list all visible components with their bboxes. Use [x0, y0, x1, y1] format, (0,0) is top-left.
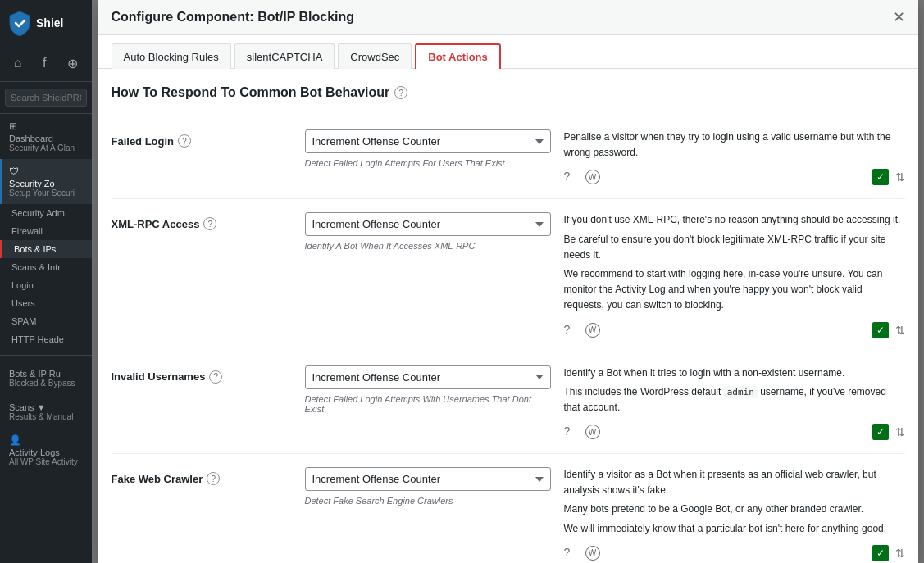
dashboard-icon: ⊞	[9, 120, 17, 132]
failed-login-label: Failed Login ?	[112, 129, 292, 148]
xml-rpc-help-action-icon[interactable]: ?	[564, 323, 579, 338]
modal-body: How To Respond To Common Bot Behaviour ?…	[98, 69, 918, 563]
invalid-usernames-hint: Detect Failed Login Attempts With Userna…	[305, 394, 551, 414]
fake-web-crawler-description: Identify a visitor as a Bot when it pres…	[564, 467, 905, 537]
xml-rpc-description: If you don't use XML-RPC, there's no rea…	[564, 212, 905, 313]
sidebar-item-bots-ips[interactable]: Bots & IPs	[0, 240, 92, 258]
fake-web-crawler-select[interactable]: Increment Offense Counter	[305, 467, 551, 491]
invalid-usernames-label: Invalid Usernames ?	[112, 365, 292, 384]
search-area	[0, 82, 92, 114]
tab-auto-blocking[interactable]: Auto Blocking Rules	[112, 43, 231, 69]
sidebar-item-users[interactable]: Users	[0, 294, 92, 312]
failed-login-select[interactable]: Increment Offense Counter	[305, 129, 551, 153]
fake-web-crawler-desc-area: Identify a visitor as a Bot when it pres…	[564, 467, 905, 561]
scans-label: Scans ▼	[9, 402, 46, 412]
modal: Configure Component: Bot/IP Blocking ✕ A…	[98, 0, 918, 563]
modal-tabs: Auto Blocking Rules silentCAPTCHA CrowdS…	[98, 35, 918, 69]
failed-login-desc-area: Penalise a visitor when they try to logi…	[564, 129, 905, 185]
xml-rpc-arrows-icon[interactable]: ⇅	[895, 324, 905, 337]
xml-rpc-select[interactable]: Increment Offense Counter	[305, 212, 551, 236]
fake-web-crawler-help-icon[interactable]: ?	[207, 472, 220, 485]
section-help-icon[interactable]: ?	[394, 86, 407, 99]
sidebar-section-group: Security Adm Firewall Bots & IPs Scans &…	[0, 204, 92, 348]
xml-rpc-control: Increment Offense Counter Identify A Bot…	[305, 212, 551, 251]
invalid-usernames-select[interactable]: Increment Offense Counter	[305, 365, 551, 389]
sidebar-item-activity-logs[interactable]: 👤 Activity Logs All WP Site Activity	[0, 428, 92, 473]
invalid-usernames-arrows-icon[interactable]: ⇅	[895, 425, 905, 438]
sidebar-logo: Shiel	[0, 0, 92, 46]
sidebar-item-firewall[interactable]: Firewall	[0, 222, 92, 240]
sidebar: Shiel ⌂ f ⊕ ⊞ Dashboard Security At A Gl…	[0, 0, 92, 563]
security-zone-label: Security Zo	[9, 179, 55, 188]
failed-login-check-icon[interactable]: ✓	[872, 169, 889, 185]
xml-rpc-check-icon[interactable]: ✓	[872, 322, 889, 338]
rule-row-invalid-usernames: Invalid Usernames ? Increment Offense Co…	[112, 352, 905, 455]
sidebar-item-security-zone[interactable]: 🛡 Security Zo Setup Your Securi	[0, 159, 92, 204]
sidebar-item-scans-int[interactable]: Scans & Intr	[0, 258, 92, 276]
modal-overlay: Configure Component: Bot/IP Blocking ✕ A…	[92, 0, 924, 563]
failed-login-help-action-icon[interactable]: ?	[564, 170, 579, 184]
sidebar-item-http-head[interactable]: HTTP Heade	[0, 330, 92, 348]
sidebar-logo-text: Shiel	[36, 16, 63, 30]
fake-web-crawler-help-action-icon[interactable]: ?	[564, 546, 579, 561]
fake-web-crawler-hint: Detect Fake Search Engine Crawlers	[305, 496, 551, 506]
sidebar-item-login[interactable]: Login	[0, 276, 92, 294]
fake-web-crawler-wp-icon[interactable]: W	[585, 546, 600, 561]
tab-bot-actions[interactable]: Bot Actions	[415, 43, 500, 69]
rule-row-xml-rpc: XML-RPC Access ? Increment Offense Count…	[112, 199, 905, 352]
xml-rpc-wp-icon[interactable]: W	[585, 323, 600, 338]
dashboard-label: Dashboard	[9, 134, 53, 143]
sidebar-item-security-admin[interactable]: Security Adm	[0, 204, 92, 222]
activity-icon: 👤	[9, 434, 21, 446]
admin-code: admin	[724, 386, 758, 398]
invalid-usernames-desc-area: Identify a Bot when it tries to login wi…	[564, 365, 905, 441]
shield-logo-icon	[7, 10, 33, 36]
tab-silent-captcha[interactable]: silentCAPTCHA	[234, 43, 335, 69]
failed-login-description: Penalise a visitor when they try to logi…	[564, 129, 905, 161]
search-input[interactable]	[5, 89, 87, 107]
invalid-usernames-actions: ? W ✓ ⇅	[564, 424, 905, 440]
tab-crowdsec[interactable]: CrowdSec	[338, 43, 412, 69]
failed-login-wp-icon[interactable]: W	[585, 170, 600, 184]
invalid-usernames-control: Increment Offense Counter Detect Failed …	[305, 365, 551, 414]
main-area: Configure Component: Bot/IP Blocking ✕ A…	[92, 0, 924, 563]
failed-login-help-icon[interactable]: ?	[178, 134, 191, 148]
fake-web-crawler-label: Fake Web Crawler ?	[112, 467, 292, 485]
bots-ip-ru-label: Bots & IP Ru	[9, 369, 61, 379]
sidebar-item-spam[interactable]: SPAM	[0, 312, 92, 330]
fake-web-crawler-actions: ? W ✓ ⇅	[564, 545, 905, 561]
invalid-usernames-description: Identify a Bot when it tries to login wi…	[564, 365, 905, 416]
invalid-usernames-help-icon[interactable]: ?	[209, 370, 222, 384]
home-icon[interactable]: ⌂	[11, 52, 25, 75]
ext-icon[interactable]: ⊕	[64, 52, 81, 75]
fake-web-crawler-arrows-icon[interactable]: ⇅	[895, 547, 905, 560]
xml-rpc-help-icon[interactable]: ?	[203, 217, 216, 230]
fake-web-crawler-control: Increment Offense Counter Detect Fake Se…	[305, 467, 551, 506]
modal-close-button[interactable]: ✕	[893, 10, 905, 25]
xml-rpc-hint: Identify A Bot When It Accesses XML-RPC	[305, 241, 551, 251]
invalid-usernames-wp-icon[interactable]: W	[585, 425, 600, 439]
sidebar-top-icons: ⌂ f ⊕	[0, 46, 92, 82]
sidebar-item-bots-ip-ru[interactable]: Bots & IP Ru Blocked & Bypass	[0, 361, 92, 394]
activity-logs-label: Activity Logs	[9, 447, 60, 457]
modal-header: Configure Component: Bot/IP Blocking ✕	[98, 0, 918, 35]
rule-row-failed-login: Failed Login ? Increment Offense Counter…	[112, 116, 905, 199]
xml-rpc-desc-area: If you don't use XML-RPC, there's no rea…	[564, 212, 905, 338]
security-zone-icon: 🛡	[9, 166, 19, 177]
invalid-usernames-help-action-icon[interactable]: ?	[564, 425, 579, 439]
section-title: How To Respond To Common Bot Behaviour ?	[112, 85, 905, 100]
rule-row-fake-web-crawler: Fake Web Crawler ? Increment Offense Cou…	[112, 454, 905, 563]
security-zone-sub: Setup Your Securi	[9, 188, 75, 198]
fake-web-crawler-check-icon[interactable]: ✓	[872, 545, 889, 561]
scans-sub: Results & Manual	[9, 412, 73, 421]
failed-login-actions: ? W ✓ ⇅	[564, 169, 905, 185]
failed-login-arrows-icon[interactable]: ⇅	[895, 170, 905, 184]
failed-login-hint: Detect Failed Login Attempts For Users T…	[305, 158, 551, 168]
activity-logs-sub: All WP Site Activity	[9, 457, 78, 466]
sidebar-item-scans[interactable]: Scans ▼ Results & Manual	[0, 394, 92, 428]
fb-icon[interactable]: f	[39, 52, 49, 75]
bots-ip-ru-sub: Blocked & Bypass	[9, 379, 75, 388]
sidebar-item-dashboard[interactable]: ⊞ Dashboard Security At A Glan	[0, 114, 92, 159]
xml-rpc-actions: ? W ✓ ⇅	[564, 322, 905, 338]
invalid-usernames-check-icon[interactable]: ✓	[872, 424, 889, 440]
